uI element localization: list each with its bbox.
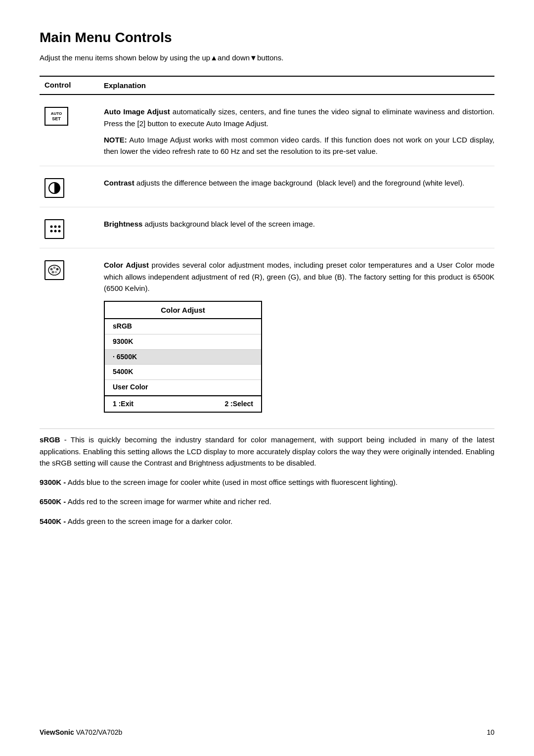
brightness-para1: Brightness adjusts background black leve… — [104, 218, 494, 230]
autoset-top-label: AUTO — [51, 111, 62, 116]
5400k-description: 5400K - Adds green to the screen image f… — [40, 516, 494, 527]
contrast-svg — [48, 182, 61, 194]
svg-point-11 — [55, 271, 57, 274]
control-icon-coloradjust — [40, 259, 104, 280]
page-footer: ViewSonic VA702/VA702b 10 — [40, 728, 494, 736]
ca-footer-select: 2 :Select — [224, 399, 253, 410]
autoset-para2: NOTE: Auto Image Adjust works with most … — [104, 134, 494, 157]
coloradjust-svg — [46, 262, 62, 278]
svg-point-2 — [54, 226, 57, 228]
ca-row-srgb: sRGB — [105, 319, 261, 334]
autoset-bottom-label: SET — [52, 116, 61, 122]
ca-row-usercolor: User Color — [105, 380, 261, 395]
coloradjust-icon — [44, 260, 64, 280]
below-sections: sRGB - This is quickly becoming the indu… — [40, 434, 494, 527]
column-header-explanation: Explanation — [104, 80, 494, 91]
ca-footer-exit: 1 :Exit — [113, 399, 134, 410]
coloradjust-para1: Color Adjust provides several color adju… — [104, 259, 494, 294]
control-icon-contrast — [40, 177, 104, 198]
footer-brand-model: ViewSonic VA702/VA702b — [40, 728, 122, 736]
svg-point-12 — [52, 271, 54, 274]
coloradjust-explanation: Color Adjust provides several color adju… — [104, 259, 494, 420]
brightness-explanation: Brightness adjusts background black leve… — [104, 218, 494, 230]
intro-text: Adjust the menu items shown below by usi… — [40, 53, 494, 62]
svg-point-4 — [50, 230, 53, 233]
brightness-svg — [47, 222, 62, 236]
ca-row-9300k: 9300K — [105, 334, 261, 350]
svg-point-8 — [50, 268, 53, 271]
contrast-para1: Contrast adjusts the difference between … — [104, 177, 494, 189]
autoset-para1: Auto Image Adjust automatically sizes, c… — [104, 106, 494, 129]
autoset-icon: AUTO SET — [44, 107, 68, 126]
table-row: Brightness adjusts background black leve… — [40, 207, 494, 248]
svg-point-5 — [54, 230, 57, 233]
column-header-control: Control — [40, 80, 104, 91]
color-adjust-table: Color Adjust sRGB 9300K · 6500K 5400K Us… — [104, 301, 262, 413]
ca-row-6500k: · 6500K — [105, 350, 261, 365]
footer-brand: ViewSonic — [40, 728, 74, 736]
9300k-description: 9300K - Adds blue to the screen image fo… — [40, 476, 494, 488]
footer-page-number: 10 — [487, 728, 494, 736]
svg-point-9 — [53, 267, 56, 269]
svg-point-3 — [58, 226, 61, 228]
table-row: AUTO SET Auto Image Adjust automatically… — [40, 95, 494, 166]
svg-point-1 — [50, 226, 53, 228]
control-icon-brightness — [40, 218, 104, 239]
autoset-explanation: Auto Image Adjust automatically sizes, c… — [104, 106, 494, 157]
ca-table-footer: 1 :Exit 2 :Select — [105, 395, 261, 412]
page-title: Main Menu Controls — [40, 30, 494, 46]
brightness-icon — [44, 219, 64, 239]
srgb-description: sRGB - This is quickly becoming the indu… — [40, 434, 494, 469]
svg-point-6 — [58, 230, 61, 233]
contrast-explanation: Contrast adjusts the difference between … — [104, 177, 494, 189]
table-row: Contrast adjusts the difference between … — [40, 166, 494, 207]
svg-point-10 — [56, 268, 59, 271]
control-icon-autoset: AUTO SET — [40, 106, 104, 126]
table-header: Control Explanation — [40, 76, 494, 95]
table-body: AUTO SET Auto Image Adjust automatically… — [40, 95, 494, 429]
footer-model: VA702/VA702b — [76, 728, 123, 736]
contrast-icon — [44, 178, 64, 198]
table-row: Color Adjust provides several color adju… — [40, 248, 494, 428]
6500k-description: 6500K - Adds red to the screen image for… — [40, 496, 494, 507]
ca-row-5400k: 5400K — [105, 365, 261, 380]
ca-table-header: Color Adjust — [105, 302, 261, 319]
